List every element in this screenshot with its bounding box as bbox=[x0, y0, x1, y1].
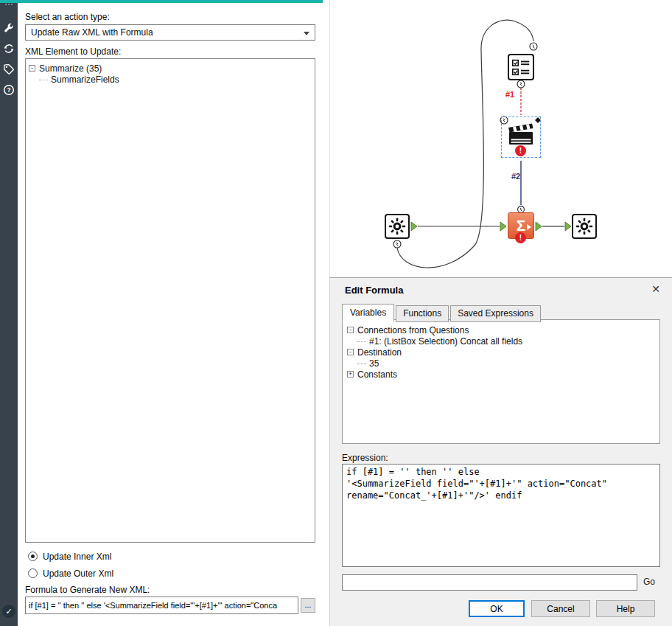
ok-button[interactable]: OK bbox=[469, 600, 525, 617]
sync-icon-svg bbox=[3, 43, 15, 55]
update-inner-xml-label: Update Inner Xml bbox=[43, 552, 111, 562]
action-type-dropdown[interactable]: Update Raw XML with Formula bbox=[25, 24, 315, 41]
input-anchor-gear-right[interactable] bbox=[565, 222, 571, 231]
search-input[interactable] bbox=[342, 574, 637, 591]
gear-icon bbox=[575, 218, 593, 235]
browse-button[interactable]: ... bbox=[301, 598, 315, 613]
wrench-icon-svg bbox=[3, 22, 15, 34]
tree-row-summarizefields[interactable]: SummarizeFields bbox=[29, 74, 312, 85]
tree-row-destination[interactable]: - Destination bbox=[347, 347, 655, 358]
workflow-canvas[interactable]: #1 #2 bbox=[329, 0, 672, 277]
gear-tool-left[interactable] bbox=[385, 214, 410, 239]
edit-formula-dialog: Edit Formula ✕ Variables Functions Saved… bbox=[329, 277, 672, 626]
tag-icon[interactable] bbox=[0, 60, 18, 78]
tree-item-question1[interactable]: #1: (ListBox Selection) Concat all field… bbox=[357, 336, 522, 347]
sync-icon[interactable] bbox=[0, 40, 18, 58]
tree-item-destination[interactable]: Destination bbox=[357, 347, 402, 358]
alteryx-window: ? ✓ Select an action type: Update Raw XM… bbox=[0, 0, 672, 626]
listbox-icon bbox=[510, 56, 532, 78]
question-anchor-listbox-bottom[interactable] bbox=[517, 80, 525, 88]
question-anchor-listbox-top[interactable] bbox=[530, 43, 537, 50]
svg-text:?: ? bbox=[7, 86, 10, 94]
action-error-badge: ! bbox=[515, 145, 526, 156]
output-anchor-gear-left[interactable] bbox=[411, 222, 417, 231]
action-type-value: Update Raw XML with Formula bbox=[31, 27, 153, 38]
help-icon[interactable]: ? bbox=[0, 81, 18, 99]
input-anchor-summarize[interactable] bbox=[500, 222, 506, 231]
update-outer-xml-radio[interactable] bbox=[28, 568, 38, 578]
arrow-icon bbox=[527, 224, 531, 230]
connection-2-label: #2 bbox=[511, 172, 520, 181]
expand-icon[interactable]: + bbox=[347, 371, 354, 378]
update-outer-xml-label: Update Outer Xml bbox=[43, 568, 113, 579]
gear-tool-right[interactable] bbox=[572, 214, 597, 239]
tree-item-constants[interactable]: Constants bbox=[357, 369, 397, 380]
chevron-down-icon bbox=[304, 32, 309, 35]
action-config-panel: Select an action type: Update Raw XML wi… bbox=[18, 3, 323, 626]
clapperboard-icon bbox=[507, 122, 535, 147]
dialog-title: Edit Formula bbox=[345, 285, 403, 296]
formula-label: Formula to Generate New XML: bbox=[25, 585, 150, 595]
tree-row-35[interactable]: 35 bbox=[347, 358, 655, 369]
left-toolstrip: ? ✓ bbox=[0, 0, 18, 626]
close-icon[interactable]: ✕ bbox=[651, 283, 660, 295]
tab-variables[interactable]: Variables bbox=[342, 304, 394, 322]
tree-row-question1[interactable]: #1: (ListBox Selection) Concat all field… bbox=[347, 335, 655, 347]
tree-item-summarize[interactable]: Summarize (35) bbox=[39, 63, 102, 74]
tree-row-summarize[interactable]: - Summarize (35) bbox=[29, 63, 312, 74]
help-button[interactable]: Help bbox=[596, 600, 655, 617]
expression-label: Expression: bbox=[342, 453, 388, 463]
variables-tree[interactable]: - Connections from Questions #1: (ListBo… bbox=[342, 319, 660, 444]
go-button[interactable]: Go bbox=[643, 577, 655, 587]
tree-row-connections[interactable]: - Connections from Questions bbox=[347, 324, 655, 335]
collapse-icon[interactable]: - bbox=[347, 349, 354, 355]
action-type-label: Select an action type: bbox=[25, 12, 110, 22]
gear-icon bbox=[388, 218, 406, 235]
tab-functions[interactable]: Functions bbox=[396, 305, 449, 322]
tree-item-35[interactable]: 35 bbox=[357, 358, 379, 369]
question-anchor-gear-left[interactable] bbox=[393, 240, 401, 248]
xml-element-label: XML Element to Update: bbox=[25, 46, 121, 57]
update-inner-xml-radio[interactable] bbox=[28, 552, 38, 561]
cancel-button[interactable]: Cancel bbox=[531, 600, 590, 617]
tree-item-connections[interactable]: Connections from Questions bbox=[357, 325, 469, 335]
collapse-icon[interactable]: - bbox=[347, 327, 354, 333]
formula-input[interactable] bbox=[25, 597, 298, 614]
summarize-error-badge: ! bbox=[515, 232, 526, 243]
check-icon[interactable]: ✓ bbox=[2, 605, 15, 618]
connection-1-label: #1 bbox=[505, 90, 514, 99]
tab-saved-expressions[interactable]: Saved Expressions bbox=[450, 305, 541, 322]
help-icon-svg: ? bbox=[3, 84, 15, 96]
dialog-tabs: Variables Functions Saved Expressions bbox=[342, 303, 542, 321]
wrench-icon[interactable] bbox=[0, 19, 18, 37]
action-tool[interactable] bbox=[507, 122, 535, 147]
collapse-icon[interactable]: - bbox=[29, 65, 35, 72]
tree-row-constants[interactable]: + Constants bbox=[347, 369, 655, 380]
tree-item-summarizefields[interactable]: SummarizeFields bbox=[39, 74, 119, 85]
listbox-tool[interactable] bbox=[508, 54, 534, 80]
output-anchor-summarize[interactable] bbox=[536, 222, 542, 231]
tag-icon-svg bbox=[3, 63, 15, 75]
xml-element-tree[interactable]: - Summarize (35) SummarizeFields bbox=[25, 58, 315, 543]
expression-editor[interactable]: if [#1] = '' then '' else '<SummarizeFie… bbox=[342, 464, 660, 567]
